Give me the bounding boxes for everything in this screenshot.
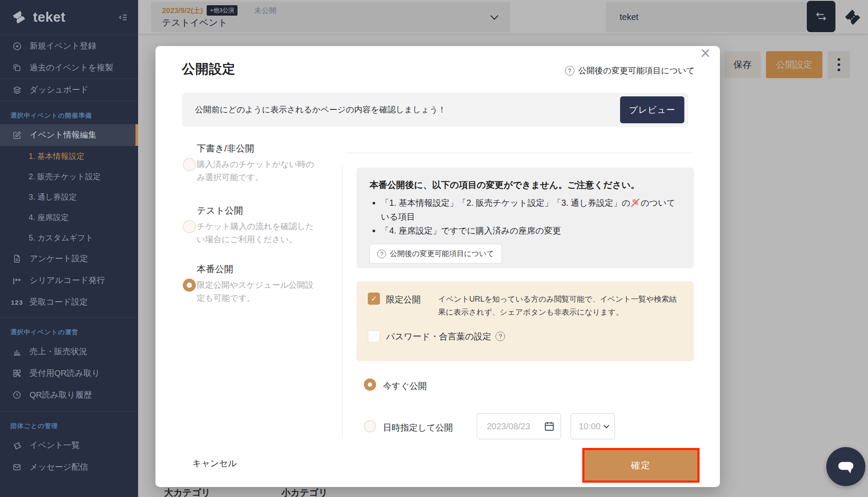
brand-name[interactable]: teket	[33, 10, 117, 25]
calendar-icon	[544, 421, 555, 432]
option-draft-desc: 購入済みのチケットがない時のみ選択可能です。	[197, 158, 315, 184]
divider	[345, 153, 693, 153]
sidebar-section-event-ops: 選択中イベントの運営	[0, 318, 138, 341]
option-draft-title: 下書き/非公開	[197, 142, 327, 155]
radio-test[interactable]	[183, 220, 196, 233]
divider	[342, 164, 343, 438]
publish-now-label: 今すぐ公開	[383, 380, 427, 392]
schedule-label: 日時指定して公開	[383, 422, 453, 434]
publish-warning-box: 本番公開後に、以下の項目の変更ができません。ご注意ください。 「1. 基本情報設…	[356, 168, 694, 268]
password-row: パスワード・合言葉の設定	[368, 330, 683, 342]
limited-publish-box: 限定公開 イベントURLを知っている方のみ閲覧可能で、イベント一覧や検索結果に表…	[356, 281, 694, 361]
copy-icon	[11, 63, 23, 72]
sidebar-item-event-list[interactable]: イベント一覧	[0, 434, 138, 456]
radio-publish-now[interactable]	[364, 379, 376, 391]
sidebar-subitem-custom-gift[interactable]: 5. カスタムギフト	[0, 227, 138, 248]
collapse-sidebar-icon	[117, 12, 129, 23]
sidebar-item-label: イベント一覧	[30, 440, 80, 451]
ticket-icon	[11, 441, 23, 451]
warning-heading: 本番公開後に、以下の項目の変更ができません。ご注意ください。	[370, 179, 681, 191]
chevron-down-icon	[604, 423, 609, 428]
no-edit-icon	[630, 195, 641, 210]
question-circle-icon	[565, 66, 574, 76]
teket-logo-icon	[10, 9, 28, 26]
sidebar-item-dashboard[interactable]: ダッシュボード	[0, 79, 138, 101]
bar-chart-icon	[11, 347, 23, 357]
envelope-icon	[11, 462, 23, 472]
warning-text: 「1. 基本情報設定」「2. 販売チケット設定」「3. 通し券設定」の	[381, 198, 630, 207]
radio-production[interactable]	[183, 279, 196, 292]
close-icon[interactable]: ×	[700, 44, 710, 62]
sidebar-item-label: 新規イベント登録	[30, 40, 96, 52]
sidebar-item-label: QR読み取り履歴	[30, 389, 92, 401]
schedule-time-value: 10:00	[579, 421, 601, 431]
radio-draft[interactable]	[183, 158, 196, 171]
confirm-button[interactable]: 確定	[584, 450, 697, 481]
preview-button[interactable]: プレビュー	[620, 96, 684, 123]
sidebar-item-qr-checkin[interactable]: 受付用QR読み取り	[0, 362, 138, 384]
sidebar-item-duplicate[interactable]: 過去のイベントを複製	[0, 57, 138, 79]
layers-icon	[11, 85, 23, 95]
limited-publish-label: 限定公開	[386, 294, 421, 306]
123-icon: 123	[11, 299, 23, 306]
sidebar-subitem-pass-settings[interactable]: 3. 通し券設定	[0, 187, 138, 207]
question-circle-icon[interactable]	[495, 332, 505, 341]
radio-schedule[interactable]	[364, 420, 376, 432]
sidebar-subitem-ticket-settings[interactable]: 2. 販売チケット設定	[0, 166, 138, 187]
sidebar-item-survey[interactable]: アンケート設定	[0, 248, 138, 270]
password-label: パスワード・合言葉の設定	[386, 331, 491, 342]
preview-banner: 公開前にどのように表示されるかページの内容を確認しましょう！ プレビュー	[182, 93, 688, 127]
annotation-highlight-rect: 確定	[582, 448, 700, 483]
sidebar-subitem-basic-info[interactable]: 1. 基本情報設定	[0, 146, 138, 166]
file-text-icon	[11, 254, 23, 263]
sidebar-item-label: メッセージ配信	[30, 461, 88, 473]
sidebar-item-label: シリアルコード発行	[30, 275, 105, 286]
cancel-button[interactable]: キャンセル	[192, 458, 237, 469]
qr-code-icon	[11, 369, 23, 378]
password-checkbox[interactable]	[368, 330, 380, 342]
plus-circle-icon	[11, 41, 23, 51]
sidebar-item-label: 受取コード設定	[30, 296, 88, 308]
serial-code-icon: |**	[11, 277, 23, 284]
chat-bubble-icon	[835, 455, 857, 478]
warning-list: 「1. 基本情報設定」「2. 販売チケット設定」「3. 通し券設定」ののついてい…	[370, 195, 681, 237]
sidebar-item-message[interactable]: メッセージ配信	[0, 456, 138, 478]
sidebar-item-label: 過去のイベントを複製	[30, 62, 113, 73]
sidebar-item-event-edit[interactable]: イベント情報編集	[0, 124, 138, 146]
warning-item: 「4. 座席設定」ですでに購入済みの座席の変更	[381, 224, 681, 238]
sidebar-item-receive-code[interactable]: 123 受取コード設定	[0, 291, 138, 313]
sidebar-logo-row: teket	[0, 0, 138, 35]
sidebar-section-org: 団体ごとの管理	[0, 411, 138, 434]
warning-item: 「1. 基本情報設定」「2. 販売チケット設定」「3. 通し券設定」ののついてい…	[381, 195, 681, 224]
sidebar-item-label: アンケート設定	[30, 253, 88, 264]
schedule-date-value: 2023/08/23	[487, 421, 530, 431]
edit-pencil-icon	[11, 130, 23, 140]
sidebar: teket 新規イベント登録 過去のイベントを複製 ダッシュボード	[0, 0, 138, 497]
publish-settings-modal: × 公開設定 公開後の変更可能項目について 公開前にどのように表示されるかページ…	[155, 46, 720, 487]
sidebar-item-serial-code[interactable]: |** シリアルコード発行	[0, 270, 138, 291]
option-test-desc: チケット購入の流れを確認したい場合にご利用ください。	[197, 220, 315, 246]
sidebar-subitem-seat-settings[interactable]: 4. 座席設定	[0, 207, 138, 227]
sidebar-item-qr-history[interactable]: QR読み取り履歴	[0, 384, 138, 406]
history-clock-icon	[11, 390, 23, 400]
limited-publish-desc: イベントURLを知っている方のみ閲覧可能で、イベント一覧や検索結果に表示されず、…	[438, 293, 683, 319]
chat-widget-button[interactable]	[826, 447, 865, 486]
sidebar-item-sales[interactable]: 売上・販売状況	[0, 341, 138, 362]
help-button-label: 公開後の変更可能項目について	[390, 249, 494, 259]
changeable-items-help-link[interactable]: 公開後の変更可能項目について	[565, 65, 695, 76]
sidebar-section-event-prep: 選択中イベントの開催準備	[0, 101, 138, 124]
option-production-title: 本番公開	[197, 263, 327, 275]
limited-publish-checkbox[interactable]	[368, 293, 380, 305]
changeable-items-help-button[interactable]: 公開後の変更可能項目について	[370, 244, 502, 263]
schedule-time-select[interactable]: 10:00	[571, 413, 615, 439]
modal-title: 公開設定	[182, 60, 236, 78]
question-circle-icon	[377, 250, 386, 258]
sidebar-item-new-event[interactable]: 新規イベント登録	[0, 35, 138, 57]
sidebar-item-label: イベント情報編集	[30, 129, 96, 141]
sidebar-item-label: ダッシュボード	[30, 84, 89, 95]
sidebar-item-label: 売上・販売状況	[30, 346, 87, 357]
option-test-title: テスト公開	[197, 204, 327, 217]
sidebar-collapse-button[interactable]	[117, 12, 129, 23]
schedule-date-input[interactable]: 2023/08/23	[477, 413, 561, 439]
option-production-desc: 限定公開やスケジュール公開設定も可能です。	[197, 279, 315, 305]
